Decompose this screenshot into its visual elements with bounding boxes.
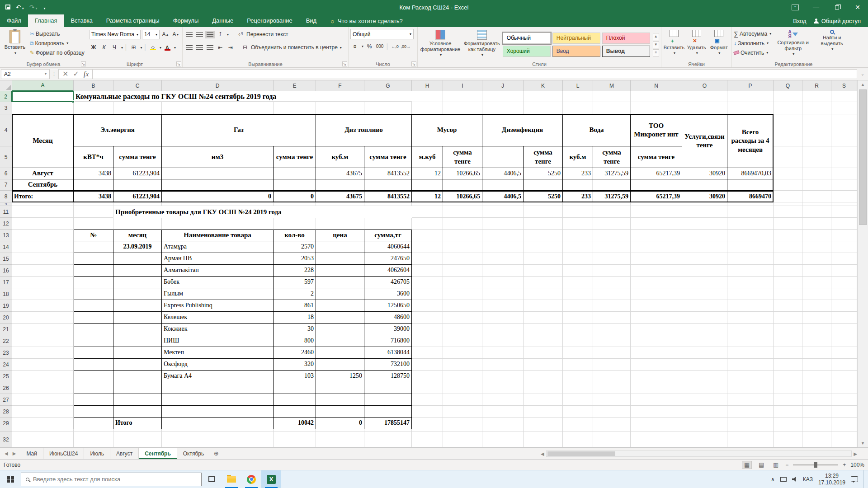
grid-cell-G24[interactable]: 732100 (364, 359, 412, 371)
select-all-corner[interactable] (0, 80, 12, 91)
ribbon-display-options-button[interactable]: ⌃ (785, 0, 806, 14)
grid-cell-I8[interactable]: 10266,65 (443, 191, 482, 202)
increase-decimal-button[interactable]: ←,0 (391, 42, 400, 51)
grid-cell-D19[interactable]: Express Publishinq (162, 300, 274, 312)
grid-cell[interactable] (274, 179, 316, 191)
column-header-S[interactable]: S (831, 80, 857, 91)
grid-cell-F29[interactable]: 0 (316, 418, 364, 429)
grid-cell-P8[interactable]: 8669470 (727, 191, 774, 202)
grid-cell-D18[interactable]: Ғылым (162, 288, 274, 300)
row-header-2[interactable]: 2 (0, 91, 12, 102)
normal-view-button[interactable]: ▦ (742, 461, 752, 469)
column-header-I[interactable]: I (443, 80, 482, 91)
grid-cell-D16[interactable]: Алматыкітап (162, 265, 274, 277)
grid-cell[interactable] (74, 359, 113, 371)
grid-cell-O6[interactable]: 30920 (682, 168, 727, 179)
align-left-button[interactable] (184, 43, 193, 52)
grid-cell[interactable] (162, 418, 274, 429)
row-header-24[interactable]: 24 (0, 359, 12, 371)
sheet-tab-Июль[interactable]: Июль (84, 448, 110, 459)
column-header-P[interactable]: P (727, 80, 774, 91)
column-header-K[interactable]: K (524, 80, 563, 91)
copy-button[interactable]: ⧉Копировать▾ (30, 38, 85, 48)
grid-cell[interactable] (74, 371, 113, 382)
grid-cell-G19[interactable]: 1250650 (364, 300, 412, 312)
comma-style-button[interactable]: 000 (375, 42, 384, 51)
grid-cell-P4[interactable]: Всего расходы за 4 месяцев (727, 114, 774, 168)
display-tray-icon[interactable] (780, 477, 787, 482)
grid-cell[interactable] (364, 406, 412, 418)
column-header-Q[interactable]: Q (774, 80, 802, 91)
grid-cell[interactable] (316, 312, 364, 324)
row-header-8[interactable]: 8 (0, 191, 12, 202)
grid-cell[interactable] (113, 253, 162, 265)
grid-cell-K5[interactable]: сумма тенге (524, 146, 563, 168)
excel-taskbar-button[interactable]: X (261, 470, 281, 488)
grid-cell-C5[interactable]: сумма тенге (113, 146, 162, 168)
grid-cell-D21[interactable]: Кокжиек (162, 324, 274, 335)
grid-cell-D13[interactable]: Наименование товара (162, 230, 274, 241)
orientation-button[interactable]: ⤴ (216, 30, 225, 39)
grid-cell[interactable] (74, 347, 113, 359)
row-header-21[interactable]: 21 (0, 324, 12, 335)
grid-cell[interactable] (682, 179, 727, 191)
grid-cell-D24[interactable]: Оксфорд (162, 359, 274, 371)
grid-cell-G17[interactable]: 426705 (364, 277, 412, 288)
sort-filter-button[interactable]: АЯ Сортировка и фильтр▾ (774, 29, 812, 60)
grid-cell[interactable] (316, 394, 364, 406)
grid-cell-D14[interactable]: Атамұра (162, 241, 274, 253)
add-sheet-button[interactable]: ⊕ (210, 448, 222, 459)
fill-button[interactable]: ↓Заполнить▾ (734, 38, 771, 48)
page-layout-view-button[interactable]: ▤ (756, 461, 766, 469)
format-cells-button[interactable]: ▣ Формат▾ (708, 29, 730, 60)
grid-cell-K8[interactable]: 5250 (524, 191, 563, 202)
column-header-H[interactable]: H (412, 80, 443, 91)
column-header-L[interactable]: L (563, 80, 593, 91)
grid-cell-H6[interactable]: 12 (412, 168, 443, 179)
cancel-entry-icon[interactable]: ✕ (62, 70, 68, 78)
scroll-right-arrow[interactable]: ▶ (854, 451, 857, 456)
grid-cell[interactable] (364, 179, 412, 191)
tab-file[interactable]: Файл (0, 14, 28, 27)
tray-chevron-icon[interactable]: ∧ (771, 476, 775, 483)
grid-cell-C29[interactable]: Итого (113, 418, 162, 429)
grid-cell-G16[interactable]: 4062604 (364, 265, 412, 277)
grid-cell-O4[interactable]: Услуги,связи тенге (682, 114, 727, 168)
grid-cell-N5[interactable]: сумма тенге (631, 146, 682, 168)
scroll-up-arrow[interactable]: ▲ (858, 80, 868, 89)
grid-cell-H4[interactable]: Мусор (412, 114, 482, 146)
cut-button[interactable]: ✂Вырезать (30, 29, 85, 38)
clear-button[interactable]: Очистить▾ (734, 48, 771, 57)
share-button[interactable]: Общий доступ (814, 18, 861, 24)
row-header-4[interactable]: 4 (0, 114, 12, 146)
grid-cell-H5[interactable]: м.куб (412, 146, 443, 168)
row-header-23[interactable]: 23 (0, 347, 12, 359)
column-header-A[interactable]: A (12, 80, 74, 91)
grid-cell[interactable] (316, 300, 364, 312)
row-header-12[interactable]: 12 (0, 218, 12, 230)
row-header-18[interactable]: 18 (0, 288, 12, 300)
grid-cell-E20[interactable]: 18 (274, 312, 316, 324)
row-header-32[interactable]: 32 (0, 432, 12, 447)
row-header-28[interactable]: 28 (0, 406, 12, 418)
grid-cell-L8[interactable]: 233 (563, 191, 593, 202)
wrap-text-button[interactable]: Перенести текст (246, 31, 288, 38)
grid-cell[interactable] (316, 335, 364, 347)
start-button[interactable] (0, 470, 21, 488)
row-header-22[interactable]: 22 (0, 335, 12, 347)
align-top-button[interactable] (184, 30, 193, 39)
grid-cell-G13[interactable]: сумма,тг (364, 230, 412, 241)
bold-button[interactable]: Ж (89, 43, 98, 52)
grid-cell-F25[interactable]: 1250 (316, 371, 364, 382)
grid-cell[interactable] (74, 265, 113, 277)
row-header-15[interactable]: 15 (0, 253, 12, 265)
row-header-27[interactable]: 27 (0, 394, 12, 406)
tab-Данные[interactable]: Данные (205, 14, 240, 27)
grid-cell[interactable] (316, 359, 364, 371)
grid-cell[interactable] (113, 382, 162, 394)
grid-cell-D25[interactable]: Бумага А4 (162, 371, 274, 382)
sign-in-link[interactable]: Вход (793, 18, 806, 24)
grid-cell-C8[interactable]: 61223,904 (113, 191, 162, 202)
column-header-N[interactable]: N (631, 80, 682, 91)
grid-cell[interactable] (74, 324, 113, 335)
